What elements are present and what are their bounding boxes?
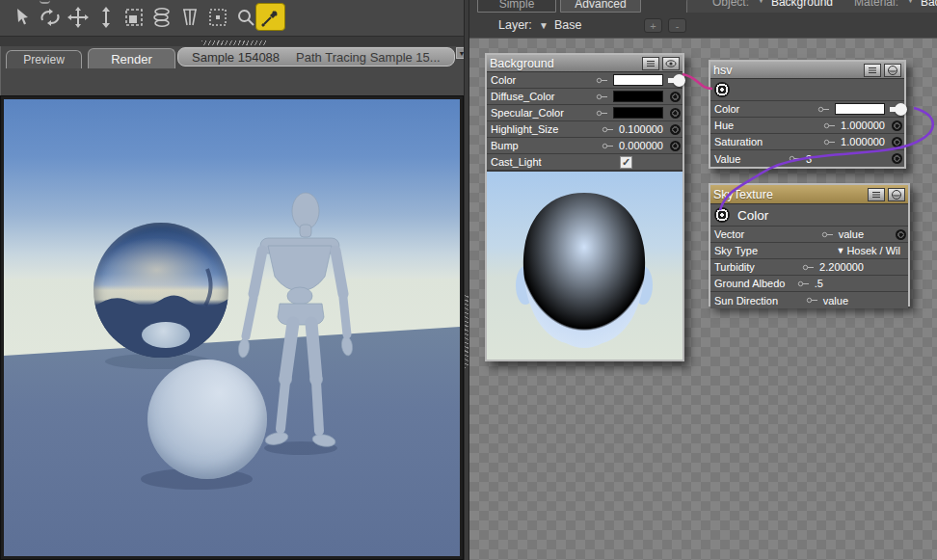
connector-plug[interactable] <box>673 74 685 87</box>
preview-eye-icon[interactable] <box>662 57 680 70</box>
row-sun-direction: Sun Direction value <box>710 292 908 308</box>
marquee-tool-icon[interactable] <box>204 4 231 31</box>
layer-row: Layer: ▼ Base + - <box>469 13 937 39</box>
add-layer-button[interactable]: + <box>644 18 662 33</box>
node-options-icon[interactable] <box>642 57 659 70</box>
key-icon[interactable] <box>817 105 830 114</box>
object-label: Object: <box>712 0 749 9</box>
chevron-down-icon: ▼ <box>836 246 844 255</box>
connector-plug[interactable] <box>895 103 907 116</box>
tab-advanced[interactable]: Advanced <box>560 0 641 13</box>
connector-socket[interactable] <box>670 141 681 151</box>
chevron-down-icon[interactable]: ▼ <box>539 20 549 31</box>
preview-sphere-icon[interactable] <box>888 188 905 201</box>
shader-node-graph[interactable]: Background Color Diffuse_Color Specular_… <box>469 39 937 560</box>
eyedropper-tool-button[interactable] <box>255 3 285 31</box>
value-field[interactable]: 3 <box>806 153 812 165</box>
layer-dropdown[interactable]: Base <box>554 18 582 32</box>
row-bump: Bump 0.000000 <box>487 138 683 154</box>
splitter-grip[interactable] <box>465 295 468 368</box>
layers-tool-icon[interactable] <box>148 4 175 31</box>
node-background-titlebar[interactable]: Background <box>487 55 683 72</box>
row-sky-type: Sky Type ▼ Hosek / Wil <box>710 243 908 259</box>
key-icon[interactable] <box>802 263 815 272</box>
node-options-icon[interactable] <box>864 64 881 77</box>
key-icon[interactable] <box>789 154 801 163</box>
connector-socket[interactable] <box>670 124 681 135</box>
mannequin-hand <box>340 335 354 356</box>
node-skytexture-titlebar[interactable]: SkyTexture <box>710 185 908 204</box>
row-hue: Hue 1.000000 <box>710 118 904 134</box>
connector-socket[interactable] <box>892 153 902 164</box>
translate-tool-icon[interactable] <box>65 4 92 31</box>
node-hsv[interactable]: hsv Color Hue 1.000000 Saturation <box>709 60 906 169</box>
editing-toolbar <box>0 0 464 36</box>
key-icon[interactable] <box>797 280 810 288</box>
value-field[interactable]: 0.000000 <box>619 140 663 151</box>
value-field[interactable]: 1.000000 <box>841 136 885 147</box>
row-turbidity: Turbidity 2.200000 <box>710 259 908 276</box>
node-skytexture[interactable]: SkyTexture Color Vector value Sky Type ▼… <box>709 183 910 307</box>
cast-light-checkbox[interactable]: ✓ <box>620 156 632 169</box>
row-color: Color <box>710 101 904 118</box>
key-icon[interactable] <box>602 142 614 150</box>
rotate-tool-icon[interactable] <box>37 4 64 31</box>
value-field[interactable]: 0.100000 <box>619 123 663 135</box>
chevron-down-icon: ▼ <box>757 0 765 5</box>
value-field[interactable]: 2.200000 <box>819 261 864 273</box>
row-specular-color: Specular_Color <box>487 105 683 121</box>
material-preview-head <box>487 171 683 360</box>
connector-socket[interactable] <box>670 108 681 119</box>
material-label: Material: <box>854 0 898 9</box>
color-swatch[interactable] <box>613 74 663 86</box>
color-swatch[interactable] <box>613 107 663 119</box>
connector-socket[interactable] <box>892 120 902 131</box>
connector-socket[interactable] <box>896 229 906 240</box>
node-hsv-titlebar[interactable]: hsv <box>710 62 904 79</box>
key-icon[interactable] <box>821 230 834 239</box>
key-icon[interactable] <box>823 121 836 130</box>
value-field[interactable]: 1.000000 <box>841 120 885 131</box>
eyedropper-icon <box>261 8 281 27</box>
taper-tool-icon[interactable] <box>176 4 203 31</box>
rendered-image <box>4 99 460 556</box>
connector-socket[interactable] <box>670 92 681 102</box>
row-value: Value 3 <box>710 150 904 167</box>
sky-type-dropdown[interactable]: Hosek / Wil <box>846 245 900 256</box>
mannequin-head <box>292 193 319 229</box>
row-diffuse-color: Diffuse_Color <box>487 89 683 105</box>
tab-preview[interactable]: Preview <box>6 50 82 68</box>
output-connector[interactable] <box>714 82 730 97</box>
row-color: Color <box>487 72 683 89</box>
color-swatch[interactable] <box>835 103 885 115</box>
output-label: Color <box>737 208 768 223</box>
scale-tool-icon[interactable] <box>120 4 147 31</box>
node-background[interactable]: Background Color Diffuse_Color Specular_… <box>485 53 684 361</box>
node-options-icon[interactable] <box>868 188 885 201</box>
key-icon[interactable] <box>806 296 818 305</box>
tab-render[interactable]: Render <box>88 48 175 68</box>
object-dropdown[interactable]: Background <box>771 0 833 9</box>
color-swatch[interactable] <box>613 91 663 102</box>
tab-simple[interactable]: Simple <box>477 0 556 13</box>
material-dropdown[interactable]: Backgrou <box>921 0 937 9</box>
preview-sphere-icon[interactable] <box>884 64 901 77</box>
value-field[interactable]: value <box>823 295 848 307</box>
remove-layer-button[interactable]: - <box>668 18 686 33</box>
panel-drag-grip[interactable] <box>201 40 267 45</box>
key-icon[interactable] <box>602 125 614 134</box>
value-field[interactable]: value <box>839 228 864 240</box>
key-icon[interactable] <box>823 138 836 147</box>
translate-y-tool-icon[interactable] <box>93 4 120 31</box>
value-field[interactable]: .5 <box>815 278 823 289</box>
row-cast-light: Cast_Light ✓ <box>487 154 683 171</box>
render-viewport <box>0 95 464 560</box>
chevron-down-icon: ▼ <box>906 0 915 5</box>
select-tool-icon[interactable] <box>9 4 36 31</box>
key-icon[interactable] <box>596 93 608 101</box>
connector-socket[interactable] <box>892 137 902 147</box>
output-connector[interactable] <box>714 207 730 223</box>
key-icon[interactable] <box>596 76 608 85</box>
key-icon[interactable] <box>596 109 608 118</box>
layer-label: Layer: <box>498 18 532 32</box>
